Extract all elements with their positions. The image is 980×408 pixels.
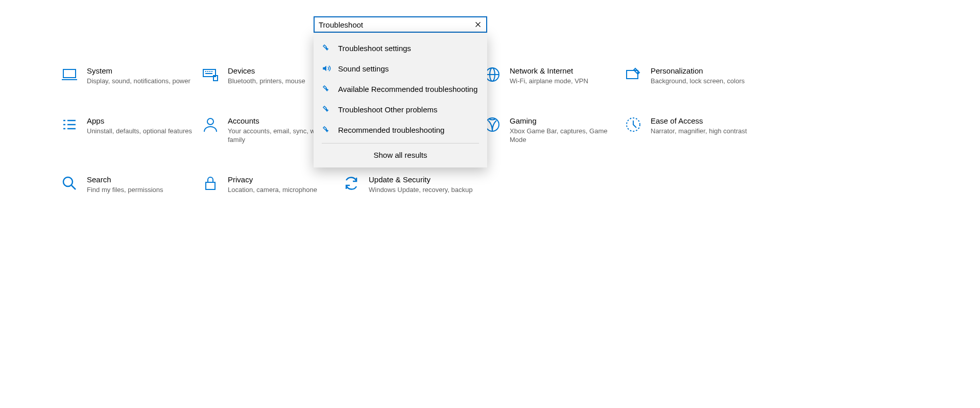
category-apps[interactable]: Apps Uninstall, defaults, optional featu…: [61, 116, 202, 145]
category-update-security[interactable]: Update & Security Windows Update, recove…: [343, 175, 484, 195]
suggestion-item[interactable]: Troubleshoot settings: [314, 38, 487, 58]
category-system[interactable]: System Display, sound, notifications, po…: [61, 66, 202, 86]
search-suggestions: Troubleshoot settings Sound settings Ava…: [314, 33, 487, 167]
category-desc: Windows Update, recovery, backup: [369, 185, 473, 195]
svg-point-21: [207, 118, 213, 125]
svg-line-28: [71, 185, 76, 189]
category-desc: Find my files, permissions: [87, 185, 163, 195]
settings-search: Troubleshoot settings Sound settings Ava…: [314, 16, 487, 167]
category-personalization[interactable]: Personalization Background, lock screen,…: [625, 66, 766, 86]
accessibility-icon: [625, 116, 641, 133]
search-icon: [61, 175, 78, 191]
show-all-results[interactable]: Show all results: [314, 143, 487, 164]
suggestion-label: Sound settings: [338, 64, 389, 73]
category-desc: Background, lock screen, colors: [651, 77, 745, 86]
category-title: Ease of Access: [651, 116, 747, 125]
svg-rect-0: [63, 69, 76, 78]
category-desc: Uninstall, defaults, optional features: [87, 127, 192, 136]
clear-search-icon[interactable]: [474, 20, 482, 29]
suggestion-label: Troubleshoot Other problems: [338, 105, 438, 114]
paintbrush-icon: [625, 66, 641, 83]
suggestion-item[interactable]: Sound settings: [314, 58, 487, 79]
category-title: System: [87, 66, 190, 75]
category-title: Update & Security: [369, 175, 473, 184]
category-privacy[interactable]: Privacy Location, camera, microphone: [202, 175, 343, 195]
category-title: Search: [87, 175, 163, 184]
category-desc: Bluetooth, printers, mouse: [228, 77, 305, 86]
category-desc: Narrator, magnifier, high contrast: [651, 127, 747, 136]
suggestion-item[interactable]: Available Recommended troubleshooting: [314, 79, 487, 99]
wrench-icon: [322, 43, 331, 53]
sync-icon: [343, 175, 360, 191]
category-title: Privacy: [228, 175, 317, 184]
category-ease-of-access[interactable]: Ease of Access Narrator, magnifier, high…: [625, 116, 766, 145]
wrench-icon: [322, 125, 331, 134]
suggestion-item[interactable]: Recommended troubleshooting: [314, 119, 487, 140]
category-network[interactable]: Network & Internet Wi-Fi, airplane mode,…: [484, 66, 625, 86]
svg-point-27: [63, 177, 73, 186]
category-gaming[interactable]: Gaming Xbox Game Bar, captures, Game Mod…: [484, 116, 625, 145]
suggestion-label: Troubleshoot settings: [338, 44, 411, 53]
svg-rect-29: [206, 182, 215, 189]
sound-icon: [322, 64, 331, 73]
lock-icon: [202, 175, 219, 191]
suggestion-label: Recommended troubleshooting: [338, 126, 444, 134]
person-icon: [202, 116, 219, 133]
list-icon: [61, 116, 78, 133]
search-box[interactable]: [314, 16, 487, 33]
laptop-icon: [61, 66, 78, 83]
search-input[interactable]: [319, 20, 474, 29]
category-title: Apps: [87, 116, 192, 125]
category-title: Gaming: [510, 116, 615, 125]
suggestion-label: Available Recommended troubleshooting: [338, 85, 477, 93]
category-desc: Display, sound, notifications, power: [87, 77, 190, 86]
category-title: Devices: [228, 66, 305, 75]
category-desc: Location, camera, microphone: [228, 185, 317, 195]
category-desc: Xbox Game Bar, captures, Game Mode: [510, 127, 615, 145]
keyboard-icon: [202, 66, 219, 83]
category-title: Personalization: [651, 66, 745, 75]
category-desc: Wi-Fi, airplane mode, VPN: [510, 77, 588, 86]
wrench-icon: [322, 105, 331, 114]
category-search[interactable]: Search Find my files, permissions: [61, 175, 202, 195]
wrench-icon: [322, 84, 331, 93]
suggestion-item[interactable]: Troubleshoot Other problems: [314, 99, 487, 119]
category-title: Network & Internet: [510, 66, 588, 75]
